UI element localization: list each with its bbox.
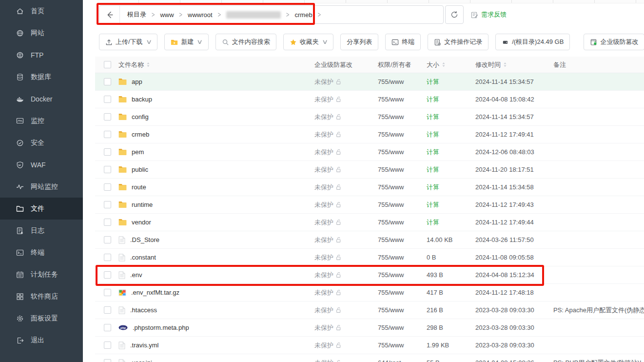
row-checkbox[interactable]: [104, 236, 111, 243]
file-name[interactable]: .travis.yml: [130, 342, 159, 349]
file-row[interactable]: public未保护755/www计算2024-11-20 18:17:51: [95, 161, 644, 179]
row-checkbox[interactable]: [104, 324, 111, 331]
toolbar-button-search[interactable]: 文件内容搜索: [215, 34, 276, 50]
feedback-link[interactable]: 需求反馈: [471, 10, 507, 19]
file-name[interactable]: .phpstorm.meta.php: [133, 324, 189, 331]
row-checkbox[interactable]: [104, 201, 111, 208]
file-row[interactable]: .env_nxfMt.tar.gz未保护755/www417 B2024-11-…: [95, 284, 644, 302]
sidebar-item-waf[interactable]: WAF: [0, 154, 83, 176]
tamper-status: 未保护: [314, 78, 333, 86]
row-checkbox[interactable]: [104, 254, 111, 261]
file-name[interactable]: route: [132, 183, 146, 191]
sidebar-item-logs[interactable]: 日志: [0, 220, 83, 241]
file-row[interactable]: config未保护755/www计算2024-11-14 15:34:57: [95, 108, 644, 126]
file-row[interactable]: .constant未保护755/www0 B2024-11-08 09:05:5…: [95, 249, 644, 266]
calc-size-link[interactable]: 计算: [427, 166, 439, 173]
calc-size-link[interactable]: 计算: [427, 219, 439, 226]
row-checkbox[interactable]: [104, 306, 111, 314]
file-name[interactable]: .htaccess: [130, 306, 157, 314]
sidebar-item-docker[interactable]: Docker: [0, 88, 83, 110]
breadcrumb-segment[interactable]: wwwroot: [188, 11, 213, 19]
file-name[interactable]: .user.ini: [130, 359, 152, 362]
header-remark[interactable]: 备注: [553, 60, 644, 69]
file-row[interactable]: php.phpstorm.meta.php未保护755/www298 B2023…: [95, 319, 644, 337]
file-name[interactable]: public: [132, 166, 148, 173]
row-checkbox[interactable]: [104, 342, 111, 349]
row-checkbox[interactable]: [104, 113, 111, 121]
calc-size-link[interactable]: 计算: [427, 96, 439, 103]
back-button[interactable]: [99, 6, 120, 23]
file-name[interactable]: .env_nxfMt.tar.gz: [131, 289, 179, 296]
sidebar-item-database[interactable]: 数据库: [0, 66, 83, 88]
breadcrumb-segment[interactable]: www: [160, 11, 174, 19]
toolbar-button-terminal-btn[interactable]: 终端: [385, 34, 421, 50]
header-size[interactable]: 大小: [427, 60, 475, 69]
sidebar-item-ftp[interactable]: FTP: [0, 44, 83, 66]
toolbar-button-file-log[interactable]: 文件操作记录: [428, 34, 488, 50]
sidebar-item-terminal[interactable]: 终端: [0, 241, 83, 263]
file-name[interactable]: .DS_Store: [130, 236, 159, 243]
row-checkbox[interactable]: [104, 131, 111, 138]
toolbar-button-star[interactable]: 收藏夹∨: [283, 34, 334, 50]
calc-size-link[interactable]: 计算: [427, 183, 439, 191]
file-row[interactable]: .user.ini未保护644/root55 B2024-04-08 15:08…: [95, 354, 644, 362]
toolbar-button-share-list[interactable]: 分享列表: [340, 34, 378, 50]
sidebar-item-files[interactable]: 文件: [0, 198, 83, 220]
file-name[interactable]: .constant: [130, 254, 156, 261]
calc-size-link[interactable]: 计算: [427, 131, 439, 138]
sidebar-item-logout[interactable]: 退出: [0, 329, 83, 351]
file-name[interactable]: vendor: [132, 219, 151, 226]
file-row[interactable]: runtime未保护755/www计算2024-11-12 17:49:43: [95, 196, 644, 214]
header-mtime[interactable]: 修改时间: [475, 60, 553, 69]
row-checkbox[interactable]: [104, 148, 111, 156]
file-name[interactable]: backup: [132, 96, 152, 103]
file-row[interactable]: vendor未保护755/www计算2024-11-12 17:49:44: [95, 214, 644, 231]
calc-size-link[interactable]: 计算: [427, 201, 439, 208]
sidebar-item-settings[interactable]: 面板设置: [0, 307, 83, 329]
file-name[interactable]: .env: [130, 271, 142, 279]
sidebar-item-cron[interactable]: 计划任务: [0, 263, 83, 285]
row-checkbox[interactable]: [104, 359, 111, 362]
header-perm[interactable]: 权限/所有者: [378, 60, 427, 69]
toolbar-button-upload[interactable]: 上传/下载∨: [99, 34, 157, 50]
file-name[interactable]: crmeb: [132, 131, 149, 138]
breadcrumb-segment[interactable]: crmeb: [295, 11, 312, 19]
file-name[interactable]: pem: [132, 148, 144, 156]
sidebar-item-home[interactable]: 首页: [0, 0, 83, 22]
row-checkbox[interactable]: [104, 166, 111, 173]
row-checkbox[interactable]: [104, 183, 111, 191]
sidebar-item-site-monitor[interactable]: 网站监控: [0, 176, 83, 198]
toolbar-button-disk[interactable]: /(根目录)24.49 GB: [495, 34, 570, 50]
file-row[interactable]: .DS_Store未保护755/www14.00 KB2024-03-26 11…: [95, 231, 644, 249]
header-name[interactable]: 文件名称: [118, 60, 314, 69]
file-name[interactable]: app: [132, 78, 142, 85]
file-row[interactable]: backup未保护755/www计算2024-04-08 15:08:42: [95, 91, 644, 108]
row-checkbox[interactable]: [104, 289, 111, 296]
toolbar-button-tamper[interactable]: 企业级防篡改: [584, 34, 644, 50]
breadcrumb-segment[interactable]: 根目录: [127, 10, 146, 19]
file-name[interactable]: config: [132, 113, 149, 121]
sidebar-item-monitor[interactable]: 监控: [0, 110, 83, 132]
file-name[interactable]: runtime: [132, 201, 153, 208]
sidebar-item-security[interactable]: 安全: [0, 132, 83, 154]
toolbar-button-new-folder[interactable]: 新建∨: [164, 34, 209, 50]
header-tamper[interactable]: 企业级防篡改: [314, 60, 378, 69]
select-all-checkbox[interactable]: [104, 61, 111, 68]
file-row[interactable]: app未保护755/www计算2024-11-14 15:34:57: [95, 73, 644, 91]
row-checkbox[interactable]: [104, 219, 111, 226]
calc-size-link[interactable]: 计算: [427, 148, 439, 156]
file-row[interactable]: .htaccess未保护755/www216 B2023-03-28 09:03…: [95, 302, 644, 319]
file-row[interactable]: .env未保护755/www493 B2024-04-08 15:12:34: [95, 266, 644, 284]
refresh-button[interactable]: [445, 5, 464, 24]
calc-size-link[interactable]: 计算: [427, 78, 439, 85]
row-checkbox[interactable]: [104, 78, 111, 85]
file-row[interactable]: .travis.yml未保护755/www1.99 KB2023-03-28 0…: [95, 337, 644, 354]
sidebar-item-appstore[interactable]: 软件商店: [0, 285, 83, 307]
row-checkbox[interactable]: [104, 271, 111, 279]
row-checkbox[interactable]: [104, 96, 111, 103]
sidebar-item-globe[interactable]: 网站: [0, 22, 83, 44]
file-row[interactable]: crmeb未保护755/www计算2024-11-12 17:49:41: [95, 126, 644, 143]
calc-size-link[interactable]: 计算: [427, 113, 439, 121]
file-row[interactable]: pem未保护755/www计算2024-12-06 08:48:03: [95, 143, 644, 161]
file-row[interactable]: route未保护755/www计算2024-11-14 15:34:58: [95, 179, 644, 196]
